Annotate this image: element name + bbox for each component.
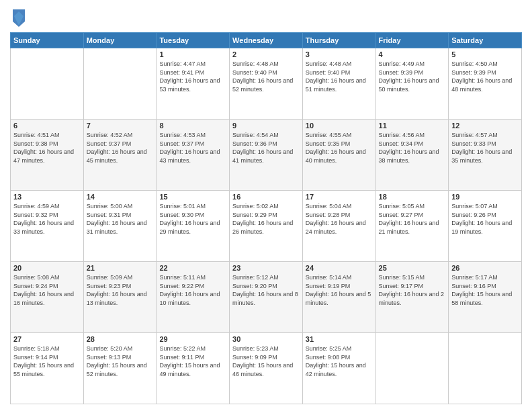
cell-line: Sunrise: 4:48 AM bbox=[232, 60, 300, 68]
day-number: 5 bbox=[451, 50, 519, 58]
cell-line: Daylight: 15 hours and 46 minutes. bbox=[232, 361, 300, 378]
cell-line: Sunset: 9:40 PM bbox=[232, 68, 300, 77]
cell-line: Sunrise: 4:48 AM bbox=[306, 60, 373, 68]
calendar-body: 1Sunrise: 4:47 AMSunset: 9:41 PMDaylight… bbox=[11, 48, 522, 404]
cell-line: Sunrise: 4:59 AM bbox=[13, 202, 81, 211]
logo-icon bbox=[11, 8, 26, 28]
cell-line: Sunrise: 5:14 AM bbox=[306, 273, 373, 282]
cell-line: Daylight: 16 hours and 40 minutes. bbox=[306, 148, 373, 165]
cell-line: Daylight: 16 hours and 45 minutes. bbox=[87, 148, 154, 165]
day-number: 13 bbox=[13, 193, 81, 201]
calendar-cell: 25Sunrise: 5:15 AMSunset: 9:17 PMDayligh… bbox=[375, 262, 449, 333]
cell-line: Sunset: 9:23 PM bbox=[87, 282, 154, 291]
day-number: 4 bbox=[379, 50, 446, 58]
cell-line: Sunset: 9:34 PM bbox=[379, 140, 446, 148]
cell-line: Sunrise: 5:08 AM bbox=[13, 273, 81, 282]
cell-line: Sunset: 9:37 PM bbox=[159, 140, 226, 148]
cell-line: Sunrise: 5:02 AM bbox=[232, 202, 300, 211]
day-header-saturday: Saturday bbox=[449, 33, 522, 48]
cell-line: Daylight: 16 hours and 35 minutes. bbox=[451, 148, 519, 165]
page: SundayMondayTuesdayWednesdayThursdayFrid… bbox=[0, 0, 532, 411]
cell-line: Daylight: 15 hours and 42 minutes. bbox=[306, 361, 373, 378]
day-number: 1 bbox=[159, 50, 226, 58]
day-number: 11 bbox=[379, 122, 446, 130]
day-number: 24 bbox=[306, 264, 373, 272]
cell-line: Sunset: 9:26 PM bbox=[451, 211, 519, 220]
cell-line: Sunset: 9:38 PM bbox=[13, 140, 81, 148]
calendar-cell: 29Sunrise: 5:22 AMSunset: 9:11 PMDayligh… bbox=[157, 333, 230, 404]
cell-line: Sunrise: 5:04 AM bbox=[306, 202, 373, 211]
cell-line: Daylight: 16 hours and 31 minutes. bbox=[87, 219, 154, 236]
day-number: 20 bbox=[13, 264, 81, 272]
calendar-cell: 31Sunrise: 5:25 AMSunset: 9:08 PMDayligh… bbox=[302, 333, 375, 404]
day-number: 8 bbox=[159, 122, 226, 130]
cell-line: Sunrise: 5:25 AM bbox=[306, 345, 373, 353]
day-number: 18 bbox=[379, 193, 446, 201]
day-number: 7 bbox=[87, 122, 154, 130]
calendar-cell: 11Sunrise: 4:56 AMSunset: 9:34 PMDayligh… bbox=[375, 120, 449, 191]
day-number: 29 bbox=[159, 335, 226, 343]
cell-line: Sunrise: 5:09 AM bbox=[87, 273, 154, 282]
day-header-monday: Monday bbox=[83, 33, 157, 48]
day-headers-row: SundayMondayTuesdayWednesdayThursdayFrid… bbox=[11, 33, 522, 48]
cell-line: Sunset: 9:08 PM bbox=[306, 353, 373, 362]
cell-line: Daylight: 16 hours and 29 minutes. bbox=[159, 219, 226, 236]
calendar-table: SundayMondayTuesdayWednesdayThursdayFrid… bbox=[10, 32, 522, 404]
day-header-friday: Friday bbox=[375, 33, 449, 48]
calendar-week-2: 6Sunrise: 4:51 AMSunset: 9:38 PMDaylight… bbox=[11, 120, 522, 191]
cell-line: Daylight: 15 hours and 49 minutes. bbox=[159, 361, 226, 378]
calendar-cell: 21Sunrise: 5:09 AMSunset: 9:23 PMDayligh… bbox=[83, 262, 157, 333]
day-number: 9 bbox=[232, 122, 300, 130]
cell-line: Sunrise: 5:15 AM bbox=[379, 273, 446, 282]
cell-line: Sunrise: 4:53 AM bbox=[159, 131, 226, 140]
cell-line: Sunrise: 5:12 AM bbox=[232, 273, 300, 282]
day-number: 26 bbox=[451, 264, 519, 272]
day-number: 28 bbox=[87, 335, 154, 343]
day-number: 12 bbox=[451, 122, 519, 130]
cell-line: Daylight: 16 hours and 13 minutes. bbox=[87, 290, 154, 307]
cell-line: Sunset: 9:37 PM bbox=[87, 140, 154, 148]
cell-line: Sunrise: 4:47 AM bbox=[159, 60, 226, 68]
cell-line: Sunset: 9:36 PM bbox=[232, 140, 300, 148]
cell-line: Daylight: 16 hours and 53 minutes. bbox=[159, 77, 226, 93]
calendar-cell: 12Sunrise: 4:57 AMSunset: 9:33 PMDayligh… bbox=[449, 120, 522, 191]
cell-line: Sunrise: 4:55 AM bbox=[306, 131, 373, 140]
logo bbox=[10, 7, 26, 28]
cell-line: Daylight: 16 hours and 43 minutes. bbox=[159, 148, 226, 165]
calendar-cell: 10Sunrise: 4:55 AMSunset: 9:35 PMDayligh… bbox=[302, 120, 375, 191]
cell-line: Sunrise: 5:01 AM bbox=[159, 202, 226, 211]
calendar-cell: 13Sunrise: 4:59 AMSunset: 9:32 PMDayligh… bbox=[11, 191, 84, 262]
cell-line: Daylight: 15 hours and 55 minutes. bbox=[13, 361, 81, 378]
day-number: 6 bbox=[13, 122, 81, 130]
cell-line: Sunrise: 5:00 AM bbox=[87, 202, 154, 211]
calendar-cell: 2Sunrise: 4:48 AMSunset: 9:40 PMDaylight… bbox=[230, 48, 303, 120]
cell-line: Sunset: 9:29 PM bbox=[232, 211, 300, 220]
header bbox=[10, 7, 522, 28]
day-number: 15 bbox=[159, 193, 226, 201]
cell-line: Sunset: 9:09 PM bbox=[232, 353, 300, 362]
cell-line: Sunrise: 4:57 AM bbox=[451, 131, 519, 140]
calendar-cell: 15Sunrise: 5:01 AMSunset: 9:30 PMDayligh… bbox=[157, 191, 230, 262]
day-number: 3 bbox=[306, 50, 373, 58]
cell-line: Sunset: 9:11 PM bbox=[159, 353, 226, 362]
cell-line: Daylight: 16 hours and 41 minutes. bbox=[232, 148, 300, 165]
cell-line: Daylight: 16 hours and 51 minutes. bbox=[306, 77, 373, 93]
cell-line: Sunset: 9:17 PM bbox=[379, 282, 446, 291]
cell-line: Sunset: 9:22 PM bbox=[159, 282, 226, 291]
day-number: 10 bbox=[306, 122, 373, 130]
calendar-cell: 23Sunrise: 5:12 AMSunset: 9:20 PMDayligh… bbox=[230, 262, 303, 333]
cell-line: Daylight: 16 hours and 21 minutes. bbox=[379, 219, 446, 236]
calendar-week-1: 1Sunrise: 4:47 AMSunset: 9:41 PMDaylight… bbox=[11, 48, 522, 120]
calendar-cell: 17Sunrise: 5:04 AMSunset: 9:28 PMDayligh… bbox=[302, 191, 375, 262]
cell-line: Sunrise: 4:51 AM bbox=[13, 131, 81, 140]
calendar-cell: 5Sunrise: 4:50 AMSunset: 9:39 PMDaylight… bbox=[449, 48, 522, 120]
cell-line: Sunrise: 4:50 AM bbox=[451, 60, 519, 68]
cell-line: Sunrise: 4:56 AM bbox=[379, 131, 446, 140]
cell-line: Sunrise: 4:54 AM bbox=[232, 131, 300, 140]
calendar-cell: 28Sunrise: 5:20 AMSunset: 9:13 PMDayligh… bbox=[83, 333, 157, 404]
cell-line: Daylight: 15 hours and 52 minutes. bbox=[87, 361, 154, 378]
cell-line: Daylight: 16 hours and 48 minutes. bbox=[451, 77, 519, 93]
calendar-header: SundayMondayTuesdayWednesdayThursdayFrid… bbox=[11, 33, 522, 48]
cell-line: Daylight: 16 hours and 8 minutes. bbox=[232, 290, 300, 307]
cell-line: Daylight: 16 hours and 47 minutes. bbox=[13, 148, 81, 165]
